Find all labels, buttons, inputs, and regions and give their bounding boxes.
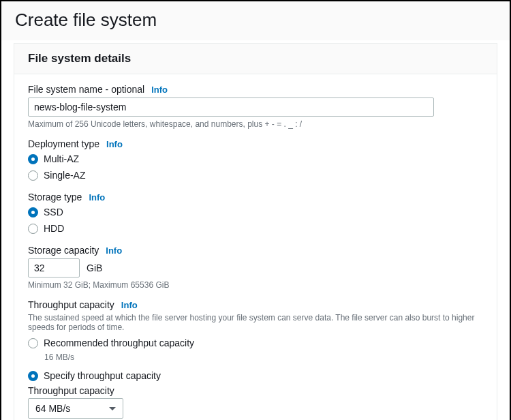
radio-ssd[interactable]: SSD bbox=[28, 205, 483, 219]
deployment-type-label: Deployment type bbox=[28, 138, 99, 149]
file-system-name-field: File system name - optional Info Maximum… bbox=[28, 84, 483, 129]
info-link-name[interactable]: Info bbox=[151, 85, 168, 95]
storage-capacity-label: Storage capacity bbox=[28, 245, 99, 256]
radio-icon bbox=[28, 371, 38, 381]
file-system-name-input[interactable] bbox=[28, 97, 434, 117]
radio-icon bbox=[28, 207, 38, 217]
throughput-capacity-desc: The sustained speed at which the file se… bbox=[28, 313, 483, 332]
radio-specify-throughput[interactable]: Specify throughput capacity bbox=[28, 369, 483, 382]
radio-label-ssd: SSD bbox=[44, 205, 63, 219]
storage-capacity-hint: Minimum 32 GiB; Maximum 65536 GiB bbox=[28, 280, 483, 290]
radio-recommended-throughput[interactable]: Recommended throughput capacity bbox=[28, 336, 483, 350]
panel-title: File system details bbox=[28, 52, 483, 65]
page-title: Create file system bbox=[15, 10, 496, 31]
radio-label-recommended: Recommended throughput capacity bbox=[44, 336, 194, 350]
file-system-name-label: File system name - optional bbox=[28, 84, 144, 95]
info-link-capacity[interactable]: Info bbox=[106, 245, 122, 256]
radio-label-specify: Specify throughput capacity bbox=[44, 369, 161, 382]
radio-label-single-az: Single-AZ bbox=[44, 168, 85, 182]
radio-hdd[interactable]: HDD bbox=[28, 222, 483, 235]
throughput-select-value: 64 MB/s bbox=[35, 403, 70, 414]
recommended-throughput-sub: 16 MB/s bbox=[44, 352, 483, 362]
info-link-throughput[interactable]: Info bbox=[121, 300, 138, 310]
radio-icon bbox=[28, 338, 38, 348]
chevron-down-icon bbox=[109, 407, 116, 410]
radio-label-hdd: HDD bbox=[44, 222, 64, 235]
throughput-capacity-select[interactable]: 64 MB/s bbox=[28, 398, 123, 419]
storage-type-label: Storage type bbox=[28, 192, 82, 202]
radio-multi-az[interactable]: Multi-AZ bbox=[28, 152, 483, 166]
radio-icon bbox=[28, 224, 38, 234]
throughput-capacity-field: Throughput capacity Info The sustained s… bbox=[28, 299, 483, 419]
file-system-name-hint: Maximum of 256 Unicode letters, whitespa… bbox=[28, 119, 483, 129]
throughput-capacity-label: Throughput capacity bbox=[28, 299, 114, 310]
storage-capacity-unit: GiB bbox=[87, 262, 102, 273]
radio-single-az[interactable]: Single-AZ bbox=[28, 168, 483, 182]
throughput-select-label: Throughput capacity bbox=[28, 385, 483, 396]
storage-capacity-field: Storage capacity Info GiB Minimum 32 GiB… bbox=[28, 245, 483, 290]
storage-capacity-input[interactable] bbox=[28, 258, 80, 278]
deployment-type-field: Deployment type Info Multi-AZ Single-AZ bbox=[28, 138, 483, 182]
radio-label-multi-az: Multi-AZ bbox=[44, 152, 79, 166]
radio-icon bbox=[28, 154, 38, 164]
storage-type-field: Storage type Info SSD HDD bbox=[28, 192, 483, 235]
file-system-details-panel: File system details File system name - o… bbox=[14, 43, 497, 420]
info-link-storage-type[interactable]: Info bbox=[89, 192, 105, 202]
radio-icon bbox=[28, 170, 38, 181]
info-link-deployment[interactable]: Info bbox=[106, 139, 123, 149]
